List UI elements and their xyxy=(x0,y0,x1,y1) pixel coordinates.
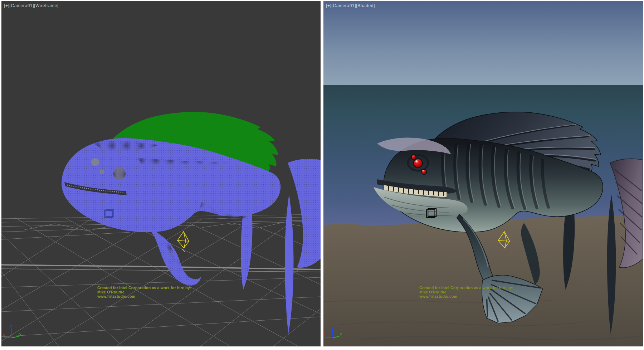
eye-sphere-texture xyxy=(113,167,126,180)
attribution-line-2: Mike O'Rourke xyxy=(419,290,513,294)
eye-dot-small xyxy=(99,169,104,174)
eye-highlight-2 xyxy=(423,170,424,171)
scene-attribution-text[interactable]: Created for Intel Corporation as a work … xyxy=(419,286,513,298)
axis-x-label: x xyxy=(3,332,5,337)
attribution-line-1: Created for Intel Corporation as a work … xyxy=(419,286,513,290)
scene-attribution-text[interactable]: Created for Intel Corporation as a work … xyxy=(97,286,191,298)
red-eye-large xyxy=(414,159,423,168)
axis-z-label: z xyxy=(331,324,333,328)
axis-y-label: y xyxy=(340,332,342,336)
viewport-wireframe-label[interactable]: [+][Camera01][Wireframe] xyxy=(4,3,59,8)
dual-viewport-stage: [+][Camera01][Wireframe] xyxy=(0,0,644,350)
axis-x-label: x xyxy=(323,332,326,337)
axis-y-label: y xyxy=(19,332,21,336)
red-eye-small-upper xyxy=(411,155,416,160)
attribution-line-3: www.fritzstudio.com xyxy=(419,294,513,298)
attribution-line-2: Mike O'Rourke xyxy=(97,290,191,294)
attribution-line-3: www.fritzstudio.com xyxy=(97,294,191,298)
sky xyxy=(323,1,643,87)
red-eye-small-lower xyxy=(421,169,426,174)
eye-highlight xyxy=(415,160,418,162)
viewport-shaded-label[interactable]: [+][Camera01][Shaded] xyxy=(326,3,375,8)
eye-dot-large xyxy=(91,158,99,166)
viewport-wireframe[interactable]: [+][Camera01][Wireframe] xyxy=(1,1,321,346)
axis-z-label: z xyxy=(10,324,12,328)
attribution-line-1: Created for Intel Corporation as a work … xyxy=(97,286,191,290)
viewport-shaded[interactable]: [+][Camera01][Shaded] xyxy=(323,1,643,346)
